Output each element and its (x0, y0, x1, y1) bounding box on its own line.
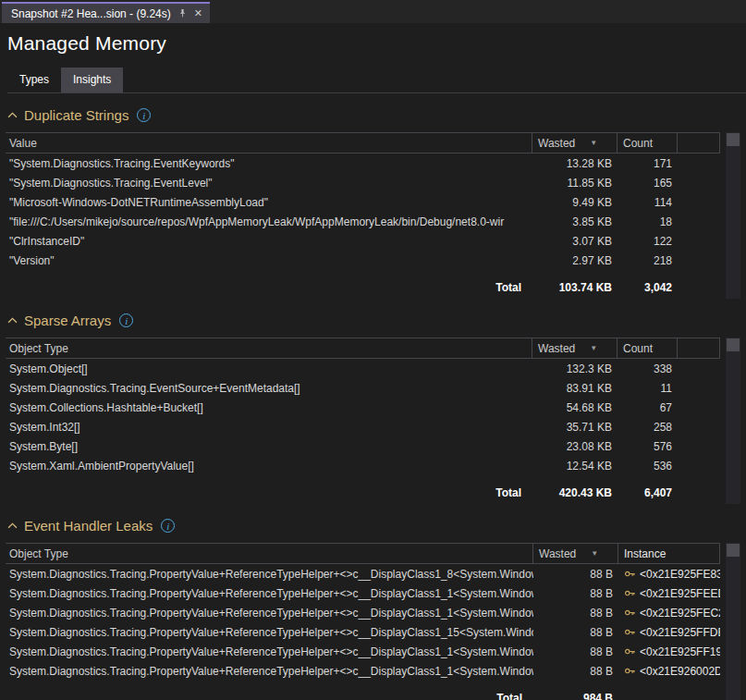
collapse-chevron-icon[interactable] (7, 317, 18, 324)
info-icon[interactable]: i (119, 313, 133, 327)
close-icon[interactable]: ✕ (194, 8, 202, 18)
table-row[interactable]: "System.Diagnostics.Tracing.EventKeyword… (6, 154, 720, 173)
scrollbar-thumb[interactable] (727, 133, 740, 146)
instance-link[interactable]: <0x21E926002D0> (618, 665, 720, 678)
table-row[interactable]: System.Collections.Hashtable+Bucket[]54.… (6, 398, 720, 417)
row-name: "Microsoft-Windows-DotNETRuntimeAssembly… (6, 196, 532, 209)
row-name: System.Diagnostics.Tracing.PropertyValue… (6, 626, 533, 639)
row-wasted: 83.91 KB (532, 382, 618, 395)
total-row: Total 103.74 KB 3,042 (6, 276, 720, 299)
row-wasted: 23.08 KB (532, 440, 618, 453)
total-count: 6,407 (618, 486, 678, 499)
row-name: System.Object[] (6, 362, 532, 375)
row-wasted: 9.49 KB (532, 196, 618, 209)
table-row[interactable]: System.Diagnostics.Tracing.PropertyValue… (6, 603, 720, 622)
column-header-count[interactable]: Count (617, 338, 677, 358)
instance-link[interactable]: <0x21E925FEED0> (618, 587, 720, 600)
section-event-handler-leaks: Event Handler Leaks i Object Type Wasted… (0, 504, 746, 700)
section-title: Sparse Arrays (24, 313, 111, 328)
pin-icon[interactable] (177, 8, 188, 18)
table-row[interactable]: System.Object[]132.3 KB338 (6, 359, 720, 378)
table-scrollbar[interactable] (726, 132, 740, 299)
table-row[interactable]: System.Xaml.AmbientPropertyValue[]12.54 … (6, 456, 720, 475)
row-name: System.Int32[] (6, 421, 532, 434)
info-icon[interactable]: i (161, 519, 175, 533)
table-row[interactable]: System.Diagnostics.Tracing.PropertyValue… (6, 564, 720, 583)
row-wasted: 88 B (533, 587, 618, 600)
key-icon (624, 568, 636, 580)
row-name: System.Diagnostics.Tracing.EventSource+E… (6, 382, 532, 395)
table-row[interactable]: System.Diagnostics.Tracing.PropertyValue… (6, 622, 720, 642)
tab-insights[interactable]: Insights (61, 68, 123, 92)
row-name: "file:///C:/Users/mikejo/source/repos/Wp… (6, 215, 532, 228)
instance-link[interactable]: <0x21E925FFDB0> (618, 626, 720, 639)
sort-descending-icon: ▼ (590, 139, 597, 147)
column-header-wasted[interactable]: Wasted ▼ (532, 544, 618, 563)
table-row[interactable]: "System.Diagnostics.Tracing.EventLevel"1… (6, 173, 720, 192)
column-header-object-type[interactable]: Object Type (6, 338, 532, 358)
collapse-chevron-icon[interactable] (7, 112, 18, 118)
document-tab[interactable]: Snapshot #2 Hea...sion - (9.24s) ✕ (2, 2, 210, 23)
scrollbar-thumb[interactable] (727, 338, 740, 351)
row-count: 171 (618, 157, 678, 170)
sparse-arrays-table: Object Type Wasted ▼ Count System.Object… (6, 338, 720, 504)
table-scrollbar[interactable] (726, 338, 740, 504)
column-header-instance[interactable]: Instance (618, 544, 719, 563)
column-header-count[interactable]: Count (617, 133, 677, 153)
key-icon (624, 607, 636, 619)
row-name: System.Xaml.AmbientPropertyValue[] (6, 460, 532, 473)
tab-types[interactable]: Types (7, 68, 61, 92)
document-tab-title: Snapshot #2 Hea...sion - (9.24s) (11, 7, 171, 20)
collapse-chevron-icon[interactable] (7, 522, 18, 529)
instance-link[interactable]: <0x21E925FEC20> (618, 607, 720, 620)
section-header: Sparse Arrays i (0, 306, 746, 336)
column-header-wasted[interactable]: Wasted ▼ (532, 133, 617, 153)
key-icon (624, 645, 636, 657)
row-wasted: 12.54 KB (532, 460, 618, 473)
row-count: 576 (618, 440, 678, 453)
table-row[interactable]: "Microsoft-Windows-DotNETRuntimeAssembly… (6, 192, 720, 212)
column-header-spacer (677, 133, 719, 153)
table-row[interactable]: "ClrInstanceID"3.07 KB122 (6, 231, 720, 251)
row-wasted: 3.85 KB (532, 215, 618, 228)
row-count: 18 (618, 215, 678, 228)
table-row[interactable]: "Version"2.97 KB218 (6, 251, 720, 270)
row-wasted: 88 B (533, 607, 618, 620)
table-header-row: Value Wasted ▼ Count (6, 132, 720, 154)
instance-link[interactable]: <0x21E925FF198> (618, 645, 720, 658)
view-tab-bar: Types Insights (7, 68, 746, 93)
instance-address: <0x21E925FEC20> (640, 607, 720, 620)
table-row[interactable]: System.Byte[]23.08 KB576 (6, 436, 720, 456)
event-handler-leaks-table: Object Type Wasted ▼ Instance System.Dia… (6, 543, 720, 700)
total-wasted: 984 B (533, 692, 618, 700)
row-name: System.Diagnostics.Tracing.PropertyValue… (6, 665, 533, 678)
row-count: 258 (618, 421, 678, 434)
row-count: 165 (618, 177, 678, 190)
row-name: System.Byte[] (6, 440, 532, 453)
table-row[interactable]: System.Diagnostics.Tracing.EventSource+E… (6, 378, 720, 398)
row-wasted: 88 B (533, 626, 618, 639)
section-header: Duplicate Strings i (0, 101, 746, 130)
table-scrollbar[interactable] (726, 543, 740, 700)
column-header-value[interactable]: Value (6, 133, 532, 153)
total-row: Total 420.43 KB 6,407 (6, 482, 720, 504)
table-row[interactable]: System.Diagnostics.Tracing.PropertyValue… (6, 642, 720, 661)
row-wasted: 88 B (533, 568, 618, 581)
table-row[interactable]: System.Diagnostics.Tracing.PropertyValue… (6, 583, 720, 603)
table-row[interactable]: "file:///C:/Users/mikejo/source/repos/Wp… (6, 212, 720, 231)
instance-link[interactable]: <0x21E925FE838> (618, 568, 720, 581)
row-count: 536 (618, 460, 678, 473)
sort-descending-icon: ▼ (590, 344, 597, 352)
column-header-wasted[interactable]: Wasted ▼ (532, 338, 617, 358)
scrollbar-thumb[interactable] (727, 544, 740, 557)
section-duplicate-strings: Duplicate Strings i Value Wasted ▼ Count… (0, 93, 746, 299)
info-icon[interactable]: i (137, 108, 151, 122)
key-icon (624, 626, 636, 638)
key-icon (624, 665, 636, 677)
row-name: System.Diagnostics.Tracing.PropertyValue… (6, 587, 533, 600)
row-name: System.Diagnostics.Tracing.PropertyValue… (6, 568, 533, 581)
table-row[interactable]: System.Int32[]35.71 KB258 (6, 417, 720, 436)
row-name: "System.Diagnostics.Tracing.EventKeyword… (6, 157, 532, 170)
table-row[interactable]: System.Diagnostics.Tracing.PropertyValue… (6, 661, 720, 681)
column-header-object-type[interactable]: Object Type (6, 544, 532, 563)
